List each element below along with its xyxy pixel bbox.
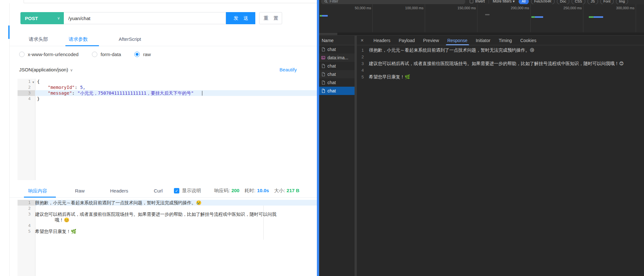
filter-input[interactable]: Filter (321, 0, 465, 4)
line-number[interactable]: 4 (18, 96, 35, 102)
status-code-value: 200 (231, 188, 239, 194)
filter-chip-js[interactable]: JS (588, 0, 598, 4)
line-number[interactable]: 1▼ (18, 79, 35, 84)
app-root: POST ∨ 发 送 重 置 请求头部 请求参数 AfterScript x-w… (0, 0, 644, 276)
request-row[interactable]: chat (319, 78, 355, 87)
invert-checkbox[interactable] (470, 0, 473, 3)
radio-selected-icon (134, 52, 140, 57)
request-row[interactable]: chat (319, 45, 355, 54)
timeline-gridline (477, 4, 477, 32)
url-input[interactable] (64, 12, 226, 24)
line-number[interactable]: 1 (18, 200, 35, 206)
devtools-network-panel: Filter Invert More filters ▾ All Fetch/X… (319, 0, 644, 276)
overview-scroll-thumb[interactable] (319, 33, 337, 35)
request-name: chat (327, 88, 336, 93)
time-label: 耗时: (244, 188, 255, 194)
radio-raw[interactable]: raw (134, 52, 151, 57)
response-body-editor[interactable]: 1 很抱歉，小元元～看起来系统目前遇到了一点技术问题，暂时无法完成预约操作。😢 … (18, 200, 317, 276)
panel-split-divider[interactable] (355, 36, 357, 276)
filter-chip-font[interactable]: Font (600, 0, 614, 4)
code-text: "memoryId": 5, (35, 84, 86, 90)
request-row-selected[interactable]: chat (319, 87, 355, 95)
tab-response-content[interactable]: 响应内容 (28, 188, 47, 194)
method-label: POST (25, 16, 38, 21)
response-line: 2 (357, 54, 644, 60)
response-line: 3 建议您可以稍后再试，或者直接前往医院现场挂号。如果需要进一步的帮助，比如了解… (357, 60, 644, 67)
tab-timing[interactable]: Timing (495, 36, 516, 45)
line-number: 1 (357, 47, 369, 54)
response-tabs: 响应内容 Raw Headers Curl ✓ 显示说明 响应码: 200 耗时… (10, 185, 317, 198)
request-row[interactable]: chat (319, 70, 355, 78)
request-tabs: 请求头部 请求参数 AfterScript (10, 34, 317, 46)
response-line: 4 (18, 223, 317, 229)
tab-payload[interactable]: Payload (394, 36, 419, 45)
line-number[interactable]: 3 (18, 211, 35, 223)
request-row[interactable]: data:ima... (319, 54, 355, 62)
tab-preview[interactable]: Preview (419, 36, 443, 45)
request-list: chat data:ima... chat chat chat chat (319, 45, 355, 276)
response-line: 2 (18, 206, 317, 211)
radio-label: x-www-form-urlencoded (28, 52, 79, 57)
name-column-header[interactable]: Name (319, 36, 355, 45)
search-icon (324, 0, 328, 3)
line-number: 4 (357, 67, 369, 74)
filter-chip-doc[interactable]: Doc (557, 0, 570, 4)
response-text: 建议您可以稍后再试，或者直接前往医院现场挂号。如果需要进一步的帮助，比如了解挂号… (369, 60, 624, 67)
line-number[interactable]: 2 (18, 84, 35, 90)
timeline-tick-label: 250,000 ms (556, 6, 582, 10)
more-filters-button[interactable]: More filters ▾ (493, 0, 515, 4)
filter-chip-all[interactable]: All (519, 0, 529, 4)
radio-form-data[interactable]: form-data (92, 52, 121, 57)
timeline-tick-label: 200,000 ms (504, 6, 529, 10)
panel-scrollbar[interactable] (317, 0, 319, 276)
waterfall-bar (594, 16, 603, 18)
method-dropdown[interactable]: POST ∨ (20, 12, 64, 24)
tab-curl[interactable]: Curl (154, 188, 163, 193)
request-row[interactable]: chat (319, 62, 355, 70)
close-icon[interactable]: × (361, 38, 363, 43)
response-text (35, 206, 55, 211)
line-number[interactable]: 4 (18, 223, 35, 229)
line-number: 3 (357, 60, 369, 67)
send-button[interactable]: 发 送 (226, 12, 255, 24)
radio-x-www-form-urlencoded[interactable]: x-www-form-urlencoded (19, 52, 79, 57)
tab-afterscript[interactable]: AfterScript (119, 36, 141, 42)
tab-response[interactable]: Response (443, 36, 472, 45)
line-number[interactable]: 5 (18, 229, 35, 234)
timeline-tick-label: 300,000 ms (609, 6, 634, 10)
line-number: 2 (357, 54, 369, 60)
tab-request-params[interactable]: 请求参数 (69, 36, 88, 42)
waterfall-bar (320, 15, 322, 17)
request-detail-tabs: × Headers Payload Preview Response Initi… (357, 36, 644, 45)
timeline-tick-label: 50,000 ms (346, 6, 371, 10)
filter-chip-css[interactable]: CSS (572, 0, 585, 4)
tab-raw[interactable]: Raw (75, 188, 85, 193)
document-icon (321, 64, 326, 68)
show-description-toggle[interactable]: ✓ 显示说明 (174, 188, 201, 194)
reset-button[interactable]: 重 置 (259, 12, 282, 24)
api-client-panel: POST ∨ 发 送 重 置 请求头部 请求参数 AfterScript x-w… (0, 0, 317, 276)
request-name: chat (327, 72, 336, 77)
tab-headers[interactable]: Headers (110, 188, 128, 193)
network-overview-timeline[interactable]: 50,000 ms 100,000 ms 150,000 ms 200,000 … (319, 4, 644, 36)
checkbox-checked-icon[interactable]: ✓ (174, 188, 179, 193)
timeline-gridline (636, 4, 636, 32)
tab-headers[interactable]: Headers (369, 36, 394, 45)
line-number[interactable]: 3 (18, 90, 35, 96)
tab-cookies[interactable]: Cookies (516, 36, 541, 45)
content-type-dropdown[interactable]: JSON(application/json) ∨ (19, 67, 73, 72)
filter-chip-img[interactable]: Img (616, 0, 628, 4)
line-number[interactable]: 2 (18, 206, 35, 211)
radio-icon (92, 52, 97, 57)
response-line: 1 很抱歉，小元元～看起来系统目前遇到了一点技术问题，暂时无法完成预约操作。😢 (357, 47, 644, 54)
time-value: 10.0s (257, 188, 269, 194)
response-viewer[interactable]: 1 很抱歉，小元元～看起来系统目前遇到了一点技术问题，暂时无法完成预约操作。😢 … (357, 45, 644, 276)
tab-request-headers[interactable]: 请求头部 (29, 36, 48, 42)
request-body-editor[interactable]: 1▼ { 2 "memoryId": 5, 3 "message": "小元元，… (18, 79, 317, 180)
filter-chip-fetch-xhr[interactable]: Fetch/XHR (531, 0, 555, 4)
active-tab-underline (24, 197, 56, 198)
active-tab-underline (65, 45, 99, 46)
tab-initiator[interactable]: Initiator (472, 36, 495, 45)
beautify-link[interactable]: Beautify (280, 67, 297, 72)
timeline-tick-label: 150,000 ms (450, 6, 476, 10)
